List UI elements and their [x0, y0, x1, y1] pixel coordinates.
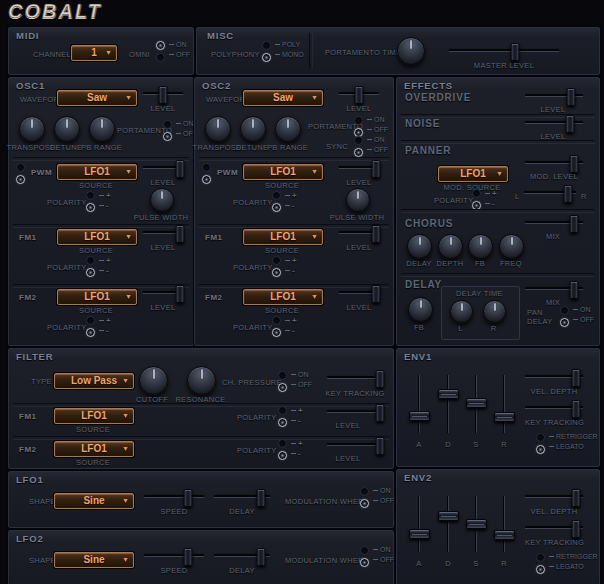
- panner-pan-slider[interactable]: [524, 185, 576, 201]
- filter-ch-pressure-toggle[interactable]: ON OFF: [277, 371, 313, 391]
- osc2-pwm-level-slider[interactable]: [339, 160, 379, 176]
- slider-handle[interactable]: [257, 489, 266, 507]
- osc1-pwm-level-slider[interactable]: [143, 160, 183, 176]
- panner-polarity-toggle[interactable]: + -: [471, 189, 497, 209]
- osc1-fm1-source-select[interactable]: LFO1 ▼: [57, 229, 137, 245]
- osc2-waveform-select[interactable]: Saw ▼: [243, 90, 323, 106]
- slider-handle[interactable]: [257, 548, 266, 566]
- slider-handle[interactable]: [371, 225, 380, 243]
- chorus-depth-knob[interactable]: [438, 234, 463, 259]
- osc2-fm2-polarity-toggle[interactable]: + -: [271, 316, 297, 336]
- slider-handle[interactable]: [376, 437, 385, 455]
- env1-attack-slider[interactable]: [409, 375, 429, 433]
- osc2-pwm-enable-toggle[interactable]: [201, 163, 211, 183]
- osc2-level-slider[interactable]: [339, 86, 379, 102]
- env2-key-tracking-slider[interactable]: [525, 520, 583, 536]
- slider-handle[interactable]: [572, 400, 581, 418]
- osc2-fm2-level-slider[interactable]: [339, 285, 379, 301]
- slider-handle[interactable]: [409, 529, 430, 539]
- slider-handle[interactable]: [572, 489, 581, 507]
- osc1-fm2-source-select[interactable]: LFO1 ▼: [57, 289, 137, 305]
- delay-fb-knob[interactable]: [408, 297, 433, 322]
- lfo1-delay-slider[interactable]: [214, 489, 270, 505]
- env1-sustain-slider[interactable]: [466, 375, 486, 433]
- slider-handle[interactable]: [376, 404, 385, 422]
- lfo2-speed-slider[interactable]: [144, 548, 204, 564]
- portamento-time-knob[interactable]: [397, 37, 425, 65]
- slider-handle[interactable]: [564, 185, 573, 203]
- env2-attack-slider[interactable]: [409, 496, 429, 552]
- delay-time-r-knob[interactable]: [483, 300, 506, 323]
- slider-handle[interactable]: [570, 155, 579, 173]
- osc2-pulse-width-knob[interactable]: [346, 188, 370, 212]
- filter-fm2-polarity-toggle[interactable]: + -: [277, 439, 303, 459]
- osc2-portamento-toggle[interactable]: ON OFF: [353, 116, 389, 136]
- slider-handle[interactable]: [371, 160, 380, 178]
- osc2-fm1-level-slider[interactable]: [339, 225, 379, 241]
- filter-fm1-polarity-toggle[interactable]: + -: [277, 406, 303, 426]
- slider-handle[interactable]: [184, 489, 193, 507]
- osc2-detune-knob[interactable]: [240, 116, 266, 142]
- osc2-fm2-source-select[interactable]: LFO1 ▼: [243, 289, 323, 305]
- osc1-pwm-enable-toggle[interactable]: [15, 163, 25, 183]
- filter-fm1-source-select[interactable]: LFO1 ▼: [54, 408, 134, 424]
- panner-mod-source-select[interactable]: LFO1 ▼: [438, 166, 508, 182]
- polyphony-toggle[interactable]: POLY MONO: [261, 41, 311, 61]
- filter-fm2-level-slider[interactable]: [327, 437, 383, 453]
- slider-handle[interactable]: [159, 86, 168, 104]
- env1-key-tracking-slider[interactable]: [525, 400, 583, 416]
- env2-vel-depth-slider[interactable]: [525, 489, 583, 505]
- osc1-pwm-polarity-toggle[interactable]: + -: [85, 191, 111, 211]
- slider-handle[interactable]: [409, 411, 430, 421]
- filter-fm2-source-select[interactable]: LFO1 ▼: [54, 441, 134, 457]
- slider-handle[interactable]: [572, 520, 581, 538]
- delay-time-l-knob[interactable]: [450, 300, 473, 323]
- panner-mod-level-slider[interactable]: [525, 155, 583, 171]
- osc2-fm1-polarity-toggle[interactable]: + -: [271, 256, 297, 276]
- osc2-transpose-knob[interactable]: [205, 116, 231, 142]
- filter-cutoff-knob[interactable]: [139, 366, 168, 395]
- osc2-fm1-source-select[interactable]: LFO1 ▼: [243, 229, 323, 245]
- osc1-pulse-width-knob[interactable]: [150, 188, 174, 212]
- osc2-sync-toggle[interactable]: ON OFF: [353, 136, 389, 156]
- osc1-waveform-select[interactable]: Saw ▼: [57, 90, 137, 106]
- pan-delay-toggle[interactable]: ON OFF: [559, 306, 595, 326]
- lfo2-shape-select[interactable]: Sine ▼: [54, 552, 134, 568]
- osc1-transpose-knob[interactable]: [19, 116, 45, 142]
- midi-channel-select[interactable]: 1 ▼: [71, 45, 117, 61]
- lfo1-shape-select[interactable]: Sine ▼: [54, 493, 134, 509]
- slider-handle[interactable]: [175, 285, 184, 303]
- osc2-pwm-polarity-toggle[interactable]: + -: [271, 191, 297, 211]
- osc1-detune-knob[interactable]: [54, 116, 80, 142]
- chorus-delay-knob[interactable]: [407, 234, 432, 259]
- env1-release-slider[interactable]: [494, 375, 514, 433]
- osc1-portamento-toggle[interactable]: ON OFF: [162, 120, 198, 140]
- osc1-level-slider[interactable]: [143, 86, 183, 102]
- slider-handle[interactable]: [494, 412, 515, 422]
- filter-key-tracking-slider[interactable]: [327, 370, 383, 386]
- slider-handle[interactable]: [355, 86, 364, 104]
- master-level-slider[interactable]: [449, 43, 559, 59]
- overdrive-level-slider[interactable]: [525, 88, 583, 104]
- filter-resonance-knob[interactable]: [187, 366, 216, 395]
- slider-handle[interactable]: [184, 548, 193, 566]
- lfo2-mod-wheel-toggle[interactable]: ON OFF: [359, 546, 395, 566]
- slider-handle[interactable]: [570, 215, 579, 233]
- env2-retrigger-toggle[interactable]: RETRIGGER LEGATO: [535, 553, 595, 573]
- slider-handle[interactable]: [376, 370, 385, 388]
- slider-handle[interactable]: [175, 225, 184, 243]
- osc1-fm2-polarity-toggle[interactable]: + -: [85, 316, 111, 336]
- chorus-mix-slider[interactable]: [525, 215, 583, 231]
- filter-fm1-level-slider[interactable]: [327, 404, 383, 420]
- osc1-fm1-polarity-toggle[interactable]: + -: [85, 256, 111, 276]
- slider-handle[interactable]: [175, 160, 184, 178]
- osc1-fm2-level-slider[interactable]: [143, 285, 183, 301]
- osc2-pb-range-knob[interactable]: [275, 116, 301, 142]
- slider-handle[interactable]: [371, 285, 380, 303]
- delay-mix-slider[interactable]: [525, 281, 583, 297]
- slider-handle[interactable]: [438, 511, 459, 521]
- slider-handle[interactable]: [494, 530, 515, 540]
- chorus-fb-knob[interactable]: [468, 234, 493, 259]
- osc1-fm1-level-slider[interactable]: [143, 225, 183, 241]
- osc1-pb-range-knob[interactable]: [89, 116, 115, 142]
